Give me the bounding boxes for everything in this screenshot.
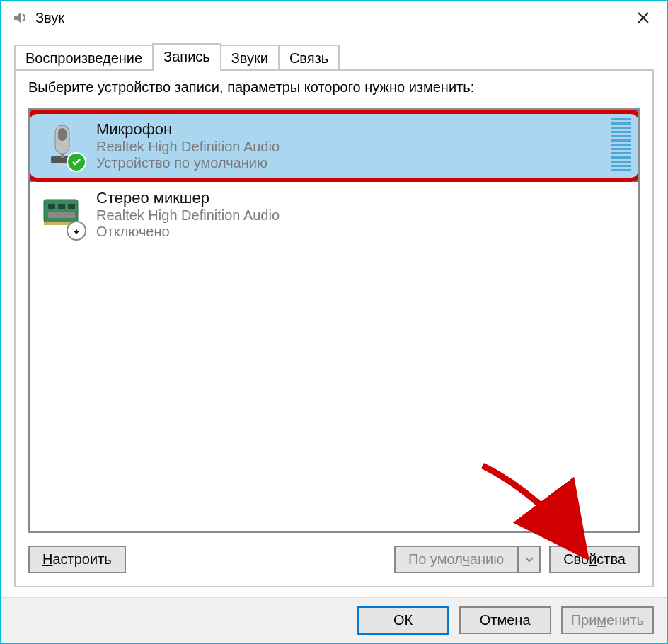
device-info: Микрофон Realtek High Definition Audio У… [96,120,604,171]
sound-icon [11,9,28,26]
close-button[interactable] [626,1,661,34]
disabled-badge-icon [67,221,86,241]
svg-rect-8 [48,212,75,218]
tab-sounds[interactable]: Звуки [220,45,280,71]
device-name: Стерео микшер [96,189,631,207]
tab-communications[interactable]: Связь [278,45,340,71]
apply-button[interactable]: Применить [561,606,654,634]
properties-button[interactable]: Свойства [549,546,640,573]
default-button[interactable]: По умолчанию [394,546,518,573]
default-badge-icon [67,152,86,172]
tab-recording[interactable]: Запись [152,43,221,71]
titlebar: Звук [1,1,667,34]
microphone-icon [40,121,85,171]
sound-dialog: Звук Воспроизведение Запись Звуки Связь … [0,0,668,644]
tab-strip: Воспроизведение Запись Звуки Связь [14,42,654,71]
level-meter [611,118,631,173]
cancel-button[interactable]: Отмена [459,606,551,634]
device-list[interactable]: Микрофон Realtek High Definition Audio У… [28,108,640,533]
default-split-button[interactable]: По умолчанию [394,546,541,573]
svg-rect-7 [68,204,75,209]
panel-footer: Настроить По умолчанию Свойства [28,546,640,573]
dialog-footer: ОК Отмена Применить [1,597,667,643]
device-info: Стерео микшер Realtek High Definition Au… [96,189,631,240]
ok-button[interactable]: ОК [357,606,449,635]
svg-rect-4 [44,200,78,222]
instruction-text: Выберите устройство записи, параметры ко… [28,79,640,96]
svg-rect-6 [58,204,65,209]
svg-rect-5 [48,204,55,209]
configure-button[interactable]: Настроить [28,546,126,573]
svg-rect-3 [61,154,64,158]
tab-playback[interactable]: Воспроизведение [14,45,154,71]
device-row[interactable]: Микрофон Realtek High Definition Audio У… [30,110,638,182]
device-row[interactable]: Стерео микшер Realtek High Definition Au… [30,182,638,247]
device-status: Устройство по умолчанию [96,155,604,171]
svg-rect-1 [58,128,67,141]
device-driver: Realtek High Definition Audio [96,139,604,155]
tab-panel: Выберите устройство записи, параметры ко… [14,69,654,587]
device-driver: Realtek High Definition Audio [96,207,631,224]
window-title: Звук [35,10,626,26]
chevron-down-icon[interactable] [518,546,541,573]
dialog-content: Воспроизведение Запись Звуки Связь Выбер… [1,34,667,597]
device-status: Отключено [96,224,631,240]
device-name: Микрофон [96,120,604,139]
soundcard-icon [40,190,85,239]
